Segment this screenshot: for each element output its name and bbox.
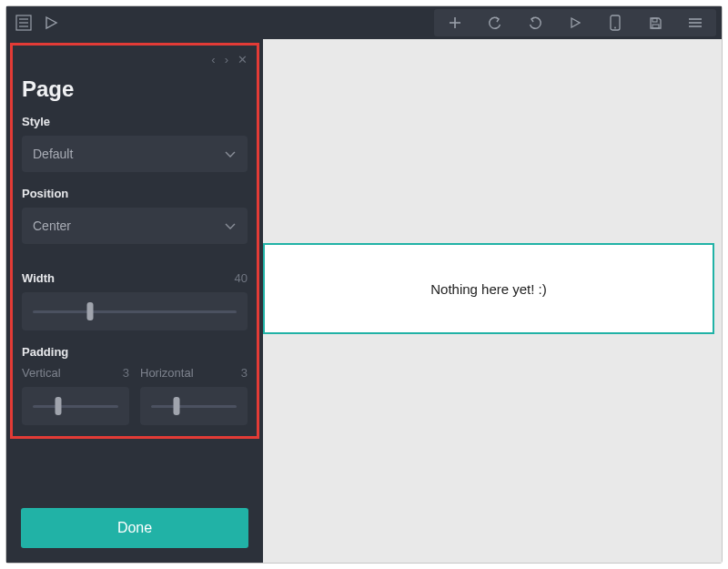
- more-button[interactable]: [676, 11, 714, 35]
- width-slider-thumb[interactable]: [86, 302, 93, 320]
- page-placeholder-text: Nothing here yet! :): [430, 281, 547, 297]
- style-label: Style: [22, 115, 248, 128]
- toolbar-right-group: [434, 9, 716, 36]
- padding-vertical-label: Vertical: [22, 366, 61, 380]
- panel-close-button[interactable]: ✕: [238, 53, 248, 71]
- menu-button[interactable]: [12, 11, 35, 35]
- undo-button[interactable]: [476, 11, 514, 35]
- menu-icon: [15, 15, 32, 31]
- page-element[interactable]: Nothing here yet! :): [263, 243, 714, 334]
- panel-footer: Done: [6, 493, 263, 563]
- save-button[interactable]: [636, 11, 674, 35]
- done-button[interactable]: Done: [21, 508, 248, 548]
- padding-horizontal-label: Horizontal: [140, 366, 194, 380]
- chevron-down-icon: [224, 149, 237, 158]
- device-icon: [609, 15, 622, 31]
- chevron-down-icon: [224, 221, 237, 230]
- padding-vertical-thumb[interactable]: [56, 397, 62, 415]
- panel-title: Page: [22, 76, 248, 102]
- width-slider-track: [33, 310, 237, 313]
- plus-icon: [449, 16, 461, 29]
- padding-vertical-slider[interactable]: [22, 387, 129, 425]
- preview-button[interactable]: [556, 11, 594, 35]
- padding-label: Padding: [22, 345, 248, 359]
- padding-horizontal-track: [151, 405, 237, 408]
- top-toolbar: [6, 6, 722, 39]
- device-button[interactable]: [596, 11, 634, 35]
- redo-icon: [528, 15, 542, 30]
- position-select[interactable]: Center: [22, 208, 248, 244]
- padding-horizontal-thumb[interactable]: [174, 397, 180, 415]
- play-small-icon: [570, 17, 581, 28]
- panel-prev-button[interactable]: ‹: [211, 53, 215, 71]
- style-select[interactable]: Default: [22, 136, 248, 172]
- undo-icon: [488, 15, 502, 30]
- style-select-value: Default: [33, 147, 73, 161]
- properties-panel: ‹ › ✕ Page Style Default Position Center: [6, 39, 263, 563]
- play-button[interactable]: [39, 11, 63, 35]
- padding-vertical-track: [33, 405, 118, 408]
- svg-marker-4: [46, 17, 56, 28]
- panel-next-button[interactable]: ›: [225, 53, 228, 71]
- hamburger-icon: [688, 17, 703, 28]
- redo-button[interactable]: [516, 11, 554, 35]
- padding-vertical-value: 3: [123, 366, 129, 380]
- padding-horizontal-value: 3: [241, 366, 248, 380]
- svg-point-9: [614, 27, 616, 29]
- position-select-value: Center: [33, 218, 71, 233]
- position-label: Position: [22, 187, 248, 200]
- width-value: 40: [235, 271, 248, 285]
- play-icon: [44, 15, 58, 30]
- add-button[interactable]: [436, 11, 474, 35]
- panel-nav: ‹ › ✕: [22, 53, 248, 71]
- width-slider[interactable]: [22, 292, 248, 330]
- padding-horizontal-slider[interactable]: [140, 387, 248, 425]
- width-label: Width: [22, 271, 55, 285]
- save-icon: [649, 16, 662, 30]
- svg-marker-7: [571, 18, 580, 27]
- properties-panel-body: ‹ › ✕ Page Style Default Position Center: [10, 43, 259, 439]
- canvas-area[interactable]: Nothing here yet! :): [263, 39, 722, 563]
